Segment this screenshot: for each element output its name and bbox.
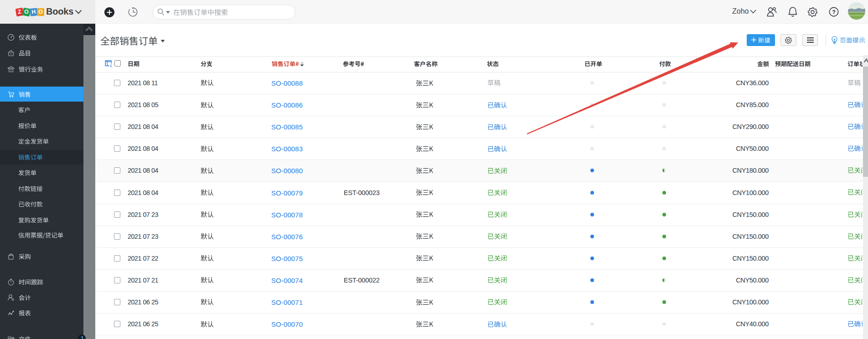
svg-text:?: ? (832, 9, 836, 15)
